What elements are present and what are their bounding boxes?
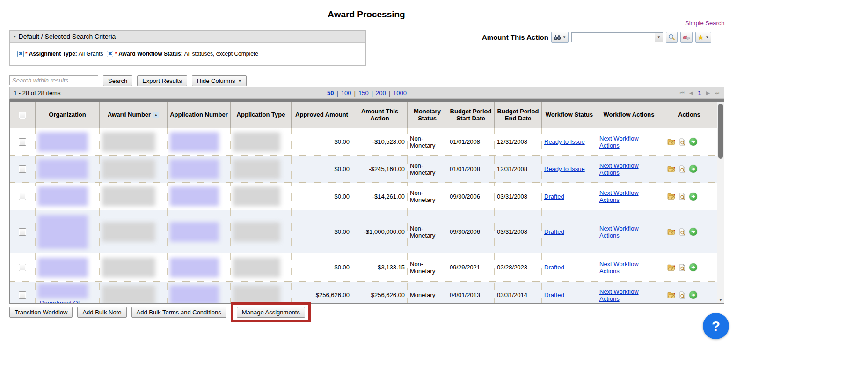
table-row: $0.00 -$1,000,000.00 Non-Monetary 09/30/… [10,210,724,253]
transition-workflow-button[interactable]: Transition Workflow [9,307,73,318]
manage-assignments-button[interactable]: Manage Assignments [237,307,305,318]
application-number-cell[interactable] [168,253,231,281]
favorites-button[interactable]: ★ ▼ [695,32,711,43]
monetary-status-cell: Non-Monetary [408,253,447,281]
application-number-cell[interactable] [168,128,231,155]
vertical-scrollbar[interactable]: ▼ [717,102,724,303]
organization-cell[interactable] [36,253,100,281]
col-budget-period-start[interactable]: Budget Period Start Date [447,102,495,128]
add-bulk-note-button[interactable]: Add Bulk Note [77,307,126,318]
edit-folder-icon[interactable] [667,193,676,200]
next-workflow-actions-link[interactable]: Next Workflow Actions [599,225,658,239]
col-monetary-status[interactable]: Monetary Status [408,102,447,128]
page-size-150[interactable]: 150 [358,89,369,97]
next-workflow-actions-link[interactable]: Next Workflow Actions [599,260,658,275]
col-actions[interactable]: Actions [661,102,718,128]
row-checkbox[interactable] [19,291,26,299]
remove-criteria-icon[interactable]: ✖ [107,51,113,57]
actions-cell: ➜ [661,156,718,182]
scroll-down-icon[interactable]: ▼ [717,298,724,302]
organization-cell[interactable]: Department Of [36,282,100,304]
edit-folder-icon[interactable] [667,228,676,236]
edit-folder-icon[interactable] [667,291,676,299]
search-button[interactable]: Search [103,75,132,86]
preview-document-icon[interactable] [679,264,686,271]
col-organization[interactable]: Organization [36,102,100,128]
preview-document-icon[interactable] [679,165,686,173]
remove-criteria-icon[interactable]: ✖ [17,51,24,57]
application-number-cell[interactable] [168,210,231,253]
preview-document-icon[interactable] [679,138,686,146]
page-size-50[interactable]: 50 [327,89,334,97]
simple-search-link[interactable]: Simple Search [685,20,725,27]
field-chooser-button[interactable]: ▼ [551,32,569,43]
col-amount-this-action[interactable]: Amount This Action [352,102,408,128]
next-workflow-actions-link[interactable]: Next Workflow Actions [599,288,658,302]
workflow-status-link[interactable]: Drafted [544,193,564,200]
redacted-application-number [170,159,219,179]
page-size-200[interactable]: 200 [376,89,386,97]
add-bulk-terms-button[interactable]: Add Bulk Terms and Conditions [131,307,226,318]
last-page-icon[interactable]: ⏭ [715,90,719,96]
first-page-icon[interactable]: ⏮ [680,90,685,96]
organization-partial-text[interactable]: Department Of [38,299,80,304]
application-number-cell[interactable] [168,282,231,304]
prev-page-icon[interactable]: ◀ [689,90,693,96]
page-size-1000[interactable]: 1000 [393,89,407,97]
row-checkbox[interactable] [19,193,26,200]
application-number-cell[interactable] [168,156,231,182]
go-icon[interactable]: ➜ [689,263,697,271]
hide-columns-button[interactable]: Hide Columns ▼ [192,75,247,86]
next-page-icon[interactable]: ▶ [706,90,710,96]
row-checkbox[interactable] [19,228,26,236]
clear-search-button[interactable] [680,32,693,43]
col-workflow-actions[interactable]: Workflow Actions [597,102,661,128]
col-workflow-status[interactable]: Workflow Status [542,102,597,128]
col-award-number[interactable]: Award Number ▲ [100,102,168,128]
organization-cell[interactable] [36,128,100,155]
edit-folder-icon[interactable] [667,264,676,271]
workflow-status-link[interactable]: Ready to Issue [544,165,585,172]
go-icon[interactable]: ➜ [689,291,697,299]
select-all-checkbox[interactable] [19,112,26,119]
col-budget-period-end[interactable]: Budget Period End Date [495,102,542,128]
preview-document-icon[interactable] [679,291,686,299]
col-application-type[interactable]: Application Type [231,102,292,128]
next-workflow-actions-link[interactable]: Next Workflow Actions [599,135,658,149]
current-page: 1 [698,89,701,97]
edit-folder-icon[interactable] [667,165,676,173]
organization-cell[interactable] [36,156,100,182]
next-workflow-actions-link[interactable]: Next Workflow Actions [599,162,658,176]
search-criteria-header[interactable]: ▾ Default / Selected Search Criteria [10,31,365,43]
row-checkbox[interactable] [19,138,26,146]
preview-document-icon[interactable] [679,193,686,200]
workflow-status-link[interactable]: Ready to Issue [544,138,585,145]
row-checkbox[interactable] [19,165,26,173]
quick-search-input[interactable] [571,32,663,42]
organization-cell[interactable] [36,210,100,253]
go-icon[interactable]: ➜ [689,193,697,201]
page-size-100[interactable]: 100 [341,89,351,97]
application-number-cell[interactable] [168,183,231,210]
col-approved-amount[interactable]: Approved Amount [292,102,352,128]
monetary-status-cell: Monetary [408,282,447,304]
scrollbar-thumb[interactable] [718,104,723,159]
export-results-button[interactable]: Export Results [137,75,187,86]
help-button[interactable]: ? [703,313,729,339]
next-workflow-actions-link[interactable]: Next Workflow Actions [599,189,658,203]
go-icon[interactable]: ➜ [689,138,697,146]
go-icon[interactable]: ➜ [689,165,697,173]
workflow-status-link[interactable]: Drafted [544,228,564,235]
col-application-number[interactable]: Application Number [168,102,231,128]
table-header-row: Organization Award Number ▲ Application … [10,102,724,128]
workflow-status-link[interactable]: Drafted [544,264,564,271]
run-search-button[interactable] [666,32,678,43]
workflow-status-link[interactable]: Drafted [544,291,564,298]
row-checkbox[interactable] [19,264,26,271]
organization-cell[interactable] [36,183,100,210]
edit-folder-icon[interactable] [667,138,676,146]
preview-document-icon[interactable] [679,228,686,236]
search-within-results-input[interactable] [9,75,98,85]
go-icon[interactable]: ➜ [689,228,697,236]
quick-search-dropdown-button[interactable]: ▼ [655,33,663,42]
